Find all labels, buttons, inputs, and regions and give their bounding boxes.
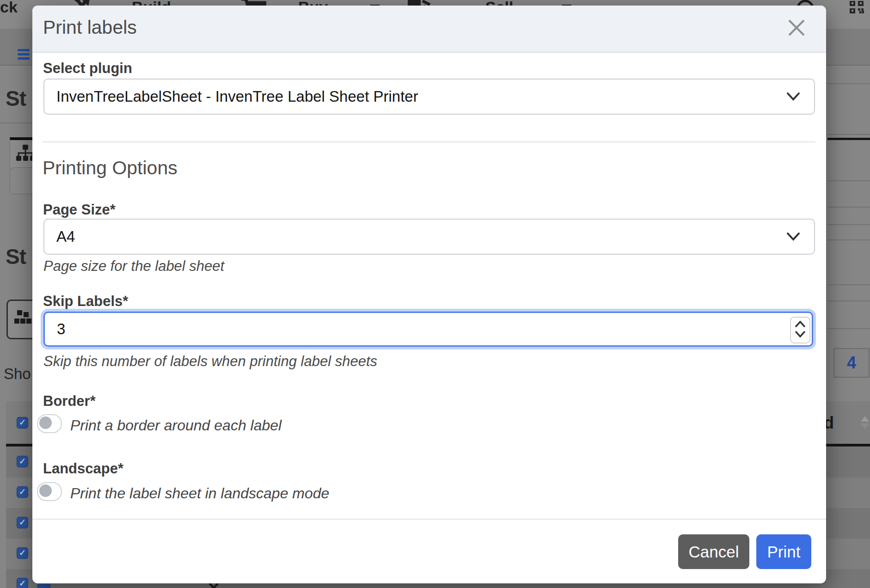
- select-all-checkbox: ✓: [17, 417, 28, 429]
- stacked-boxes-icon: [13, 309, 32, 328]
- plugin-field-label: Select plugin: [43, 60, 132, 77]
- background-page-title: St: [6, 86, 26, 111]
- page-size-select[interactable]: A4: [43, 219, 815, 255]
- printing-options-heading: Printing Options: [43, 157, 178, 179]
- stepper-up-icon[interactable]: [795, 321, 805, 327]
- stepper-down-icon[interactable]: [795, 331, 805, 337]
- skip-labels-input[interactable]: [43, 312, 813, 347]
- page-size-help: Page size for the label sheet: [43, 258, 224, 275]
- nav-item-stock: ck: [0, 0, 18, 15]
- print-labels-dialog: Print labels Select plugin InvenTreeLabe…: [32, 6, 826, 583]
- row-checkbox: ✓: [17, 456, 28, 467]
- row-checkbox: ✓: [17, 517, 28, 528]
- dialog-header: Print labels: [32, 6, 826, 53]
- row-checkbox-partial: [37, 584, 51, 588]
- chevron-down-icon: [786, 232, 800, 241]
- footer-divider: [32, 519, 826, 520]
- dialog-title: Print labels: [43, 17, 137, 38]
- page-size-label: Page Size*: [43, 202, 116, 218]
- close-icon[interactable]: [786, 18, 807, 38]
- number-stepper[interactable]: [790, 317, 810, 343]
- cancel-button[interactable]: Cancel: [678, 534, 749, 569]
- landscape-label: Landscape*: [43, 460, 123, 477]
- screen: ck Build Buy Sell: [0, 0, 870, 588]
- pagination-page-4: 4: [833, 348, 870, 378]
- landscape-description: Print the label sheet in landscape mode: [70, 485, 329, 502]
- row-checkbox: ✓: [17, 486, 28, 498]
- plugin-select[interactable]: InvenTreeLabelSheet - InvenTree Label Sh…: [43, 79, 815, 115]
- section-divider: [43, 141, 815, 142]
- border-description: Print a border around each label: [70, 417, 282, 434]
- skip-labels-help: Skip this number of labels when printing…: [43, 353, 377, 370]
- print-button[interactable]: Print: [756, 534, 811, 569]
- border-toggle[interactable]: [37, 414, 62, 433]
- toggle-knob: [39, 416, 52, 429]
- toggle-knob: [39, 484, 52, 497]
- chevron-down-icon: [786, 92, 800, 101]
- background-section-title: St: [6, 244, 26, 269]
- background-showing-text: Sho: [4, 365, 31, 383]
- qr-scan-icon: [850, 1, 864, 14]
- border-label: Border*: [43, 393, 96, 410]
- landscape-toggle[interactable]: [37, 482, 62, 501]
- plugin-select-value: InvenTreeLabelSheet - InvenTree Label Sh…: [56, 80, 418, 114]
- page-size-value: A4: [56, 220, 75, 254]
- skip-labels-label: Skip Labels*: [43, 293, 128, 310]
- sort-desc-icon: [861, 423, 869, 429]
- sort-asc-icon: [861, 416, 869, 422]
- row-checkbox: ✓: [17, 578, 28, 588]
- row-checkbox: ✓: [17, 547, 28, 559]
